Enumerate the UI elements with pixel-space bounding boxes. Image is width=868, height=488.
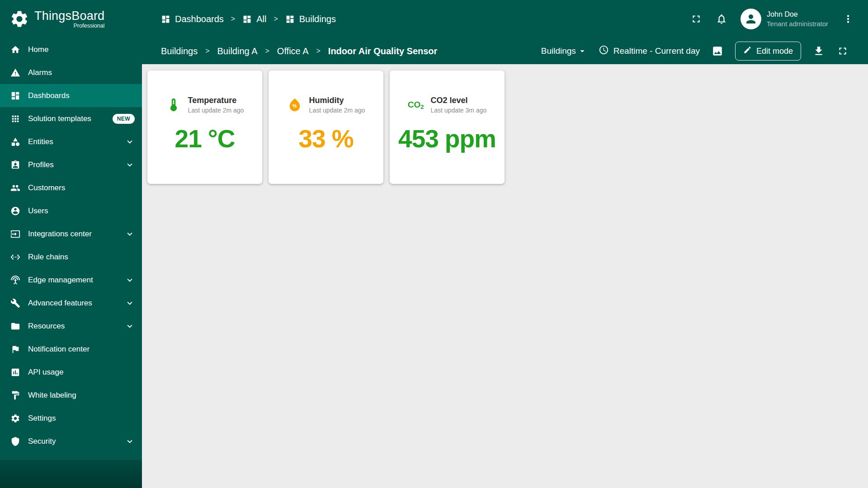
user-role: Tenant administrator: [767, 19, 828, 28]
sidebar-item-users[interactable]: Users: [0, 199, 142, 222]
breadcrumb-buildings[interactable]: Buildings: [285, 14, 336, 24]
sidebar-item-resources[interactable]: Resources: [0, 314, 142, 338]
brand-edition: Professional: [34, 23, 104, 29]
sidebar-item-profiles[interactable]: Profiles: [0, 153, 142, 176]
value-unit: °C: [208, 127, 235, 151]
sidebar-item-label: Alarms: [28, 68, 135, 77]
widget-head-text: Humidity Last update 2m ago: [309, 96, 365, 114]
main-column: Dashboards > All > Buildings: [142, 0, 868, 488]
dashboard-state-select[interactable]: Buildings: [541, 46, 587, 56]
sidebar-item-api-usage[interactable]: API usage: [0, 361, 142, 384]
dashboard-crumb-office-a[interactable]: Office A: [277, 46, 309, 56]
sidebar-item-edge-management[interactable]: Edge management: [0, 268, 142, 291]
chevron-down-icon[interactable]: [125, 436, 135, 446]
avatar[interactable]: [741, 9, 761, 29]
sidebar-item-solution-templates[interactable]: Solution templates NEW: [0, 107, 142, 130]
chevron-down-icon[interactable]: [125, 275, 135, 285]
sidebar-item-alarms[interactable]: Alarms: [0, 61, 142, 84]
chevron-down-icon[interactable]: [125, 321, 135, 331]
widget-header: Temperature Last update 2m ago: [147, 96, 262, 114]
humidity-widget[interactable]: % Humidity Last update 2m ago 33 %: [269, 70, 383, 184]
sidebar-item-label: Profiles: [28, 160, 118, 169]
sidebar-item-settings[interactable]: Settings: [0, 407, 142, 430]
sidebar-item-label: Advanced features: [28, 299, 118, 308]
chevron-down-icon[interactable]: [125, 298, 135, 308]
dashboard-content: Temperature Last update 2m ago 21 °C %: [142, 64, 868, 488]
sidebar-item-entities[interactable]: Entities: [0, 130, 142, 153]
dashboard-crumb-buildings[interactable]: Buildings: [161, 46, 198, 56]
sidebar-nav: Home Alarms Dashboards Solution template…: [0, 38, 142, 460]
brand-text: ThingsBoard Professional: [34, 9, 104, 29]
brand-logo[interactable]: ThingsBoard Professional: [0, 0, 142, 38]
percent-symbol: %: [292, 103, 297, 108]
security-icon: [10, 436, 21, 447]
sidebar-item-rule-chains[interactable]: Rule chains: [0, 245, 142, 268]
sidebar-item-white-labeling[interactable]: White labeling: [0, 384, 142, 407]
dashboard-crumb-building-a[interactable]: Building A: [217, 46, 258, 56]
dashboards-icon: [10, 90, 21, 101]
sidebar-item-security[interactable]: Security: [0, 430, 142, 453]
co2-widget[interactable]: CO 2 CO2 level Last update 3m ago 453 pp…: [390, 70, 505, 184]
download-icon[interactable]: [812, 45, 825, 57]
breadcrumb-dashboards[interactable]: Dashboards: [161, 14, 224, 24]
dashboard-toolbar: Buildings > Building A > Office A > Indo…: [142, 38, 868, 64]
sidebar-item-label: Home: [28, 45, 135, 54]
dashboard-crumb-current: Indoor Air Quality Sensor: [328, 46, 438, 56]
widget-title: CO2 level: [430, 96, 486, 105]
sidebar-item-label: Users: [28, 206, 135, 216]
advanced-features-icon: [10, 298, 21, 309]
sidebar-item-dashboards[interactable]: Dashboards: [0, 84, 142, 107]
user-menu[interactable]: John Doe Tenant administrator: [741, 9, 828, 29]
thermometer-icon: [166, 97, 181, 113]
sidebar: ThingsBoard Professional Home Alarms Das…: [0, 0, 142, 488]
breadcrumb-all[interactable]: All: [242, 14, 266, 24]
sidebar-item-customers[interactable]: Customers: [0, 176, 142, 199]
widget-header: CO 2 CO2 level Last update 3m ago: [390, 96, 505, 114]
sidebar-item-label: Security: [28, 437, 118, 446]
dashboards-icon: [161, 14, 170, 24]
notifications-bell-icon[interactable]: [715, 13, 728, 25]
alarm-warning-icon: [10, 67, 21, 78]
thingsboard-gear-icon: [9, 9, 30, 29]
dropdown-arrow-icon: [577, 46, 587, 56]
image-icon[interactable]: [711, 45, 724, 57]
white-labeling-icon: [10, 390, 21, 401]
sidebar-item-integrations-center[interactable]: Integrations center: [0, 222, 142, 245]
fullscreen-icon[interactable]: [836, 45, 849, 57]
edit-mode-button[interactable]: Edit mode: [735, 42, 801, 61]
value-number: 33: [298, 127, 325, 151]
profiles-icon: [10, 160, 21, 170]
breadcrumb-label: All: [256, 14, 266, 24]
temperature-widget[interactable]: Temperature Last update 2m ago 21 °C: [147, 70, 262, 184]
avatar-person-icon: [744, 12, 758, 26]
chevron-down-icon[interactable]: [125, 137, 135, 147]
sidebar-item-label: Settings: [28, 414, 135, 423]
state-select-label: Buildings: [541, 46, 576, 56]
edit-pencil-icon: [743, 46, 752, 56]
fullscreen-icon[interactable]: [690, 13, 703, 25]
integrations-icon: [10, 229, 21, 239]
sidebar-item-label: Entities: [28, 137, 118, 146]
co2-value: 453 ppm: [390, 127, 505, 151]
timewindow-button[interactable]: Realtime - Current day: [599, 45, 700, 57]
chevron-down-icon[interactable]: [125, 229, 135, 239]
sidebar-item-notification-center[interactable]: Notification center: [0, 338, 142, 361]
breadcrumb-separator: >: [265, 47, 269, 55]
widget-head-text: Temperature Last update 2m ago: [188, 96, 244, 114]
notification-center-icon: [10, 344, 21, 355]
breadcrumb: Dashboards > All > Buildings: [161, 14, 690, 24]
kebab-menu-icon[interactable]: [842, 13, 854, 25]
value-unit: ppm: [445, 127, 496, 151]
sidebar-item-label: Rule chains: [28, 253, 135, 262]
entities-icon: [10, 136, 21, 147]
value-number: 453: [398, 127, 439, 151]
topbar: Dashboards > All > Buildings: [142, 0, 868, 38]
settings-icon: [10, 413, 21, 424]
sidebar-item-home[interactable]: Home: [0, 38, 142, 61]
widget-title: Temperature: [188, 96, 244, 105]
user-name: John Doe: [767, 10, 828, 19]
sidebar-item-advanced-features[interactable]: Advanced features: [0, 291, 142, 314]
breadcrumb-label: Dashboards: [175, 14, 224, 24]
chevron-down-icon[interactable]: [125, 160, 135, 170]
sidebar-item-label: Notification center: [28, 345, 135, 354]
